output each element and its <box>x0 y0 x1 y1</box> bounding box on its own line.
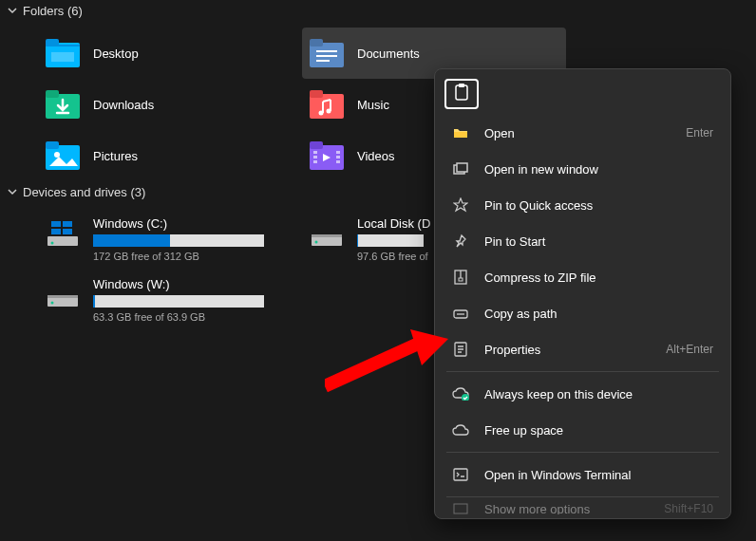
svg-rect-7 <box>316 55 337 57</box>
svg-rect-40 <box>454 132 467 138</box>
folder-desktop[interactable]: Desktop <box>38 28 302 79</box>
ctx-label: Open in new window <box>484 162 713 177</box>
svg-rect-6 <box>316 50 337 52</box>
svg-rect-23 <box>336 151 340 154</box>
properties-icon <box>452 341 469 358</box>
ctx-label: Copy as path <box>484 307 713 321</box>
ctx-label: Compress to ZIP file <box>484 270 713 285</box>
svg-point-13 <box>319 111 324 116</box>
terminal-icon <box>452 466 469 483</box>
downloads-folder-icon <box>46 87 80 121</box>
windows-drive-icon <box>46 216 80 251</box>
ctx-free-space[interactable]: Free up space <box>439 412 727 448</box>
svg-rect-12 <box>310 90 323 98</box>
svg-rect-31 <box>63 229 72 234</box>
svg-rect-5 <box>310 39 323 47</box>
ctx-label: Open <box>484 126 686 140</box>
svg-rect-39 <box>459 84 464 87</box>
drive-c[interactable]: Windows (C:) 172 GB free of 312 GB <box>38 209 302 270</box>
chevron-down-icon <box>8 4 17 18</box>
disk-drive-icon <box>310 216 344 251</box>
pin-icon <box>452 233 469 250</box>
folder-downloads[interactable]: Downloads <box>38 79 302 130</box>
svg-rect-25 <box>336 160 340 163</box>
ctx-label: Always keep on this device <box>484 387 713 401</box>
drive-info: Windows (W:) 63.3 GB free of 63.9 GB <box>93 277 294 323</box>
svg-point-27 <box>51 242 54 245</box>
svg-rect-26 <box>47 236 78 246</box>
folder-label: Desktop <box>93 47 139 61</box>
svg-rect-24 <box>336 156 340 159</box>
ctx-pin-quick-access[interactable]: Pin to Quick access <box>439 187 727 223</box>
svg-rect-10 <box>46 90 59 98</box>
svg-rect-8 <box>316 60 330 62</box>
ctx-shortcut: Shift+F10 <box>664 502 713 514</box>
folder-label: Pictures <box>93 149 138 163</box>
drive-usage-bar <box>93 295 264 308</box>
music-folder-icon <box>310 87 344 121</box>
svg-rect-3 <box>51 52 74 62</box>
svg-rect-38 <box>456 85 467 100</box>
drive-name: Windows (W:) <box>93 277 294 291</box>
ctx-always-keep[interactable]: Always keep on this device <box>439 376 727 412</box>
ctx-pin-start[interactable]: Pin to Start <box>439 223 727 259</box>
svg-rect-42 <box>457 163 467 172</box>
svg-rect-48 <box>454 469 467 480</box>
drive-free-text: 63.3 GB free of 63.9 GB <box>93 311 294 323</box>
svg-rect-28 <box>51 221 61 227</box>
new-window-icon <box>452 160 469 177</box>
folders-section-title: Folders (6) <box>23 4 83 18</box>
ctx-separator <box>446 452 719 453</box>
svg-point-37 <box>51 302 54 305</box>
pin-icon <box>452 196 469 214</box>
ctx-label: Free up space <box>484 423 713 438</box>
folder-label: Videos <box>357 149 395 163</box>
ctx-label: Open in Windows Terminal <box>484 468 713 482</box>
svg-rect-36 <box>47 295 78 298</box>
svg-rect-29 <box>63 221 72 227</box>
open-icon <box>452 124 469 141</box>
documents-folder-icon <box>310 36 344 70</box>
clipboard-icon <box>454 84 469 104</box>
ctx-label: Pin to Start <box>484 234 713 249</box>
cloud-icon <box>452 421 469 438</box>
drive-usage-bar <box>357 234 424 247</box>
svg-rect-30 <box>51 229 61 234</box>
context-menu-toolbar <box>439 73 727 115</box>
folders-section-header[interactable]: Folders (6) <box>0 0 756 22</box>
ctx-copy-path[interactable]: Copy as path <box>439 295 727 331</box>
videos-folder-icon <box>310 139 344 173</box>
svg-rect-44 <box>459 278 463 281</box>
folder-label: Documents <box>357 47 420 61</box>
cloud-check-icon <box>452 385 469 402</box>
svg-rect-33 <box>312 234 342 237</box>
ctx-open[interactable]: Open Enter <box>439 115 727 151</box>
ctx-show-more[interactable]: Show more options Shift+F10 <box>439 501 727 514</box>
drive-w[interactable]: Windows (W:) 63.3 GB free of 63.9 GB <box>38 270 302 330</box>
folder-pictures[interactable]: Pictures <box>38 130 302 181</box>
svg-rect-20 <box>313 151 317 154</box>
ctx-separator <box>446 496 719 497</box>
ctx-compress-zip[interactable]: Compress to ZIP file <box>439 259 727 295</box>
zip-icon <box>452 269 469 286</box>
svg-point-14 <box>327 109 331 114</box>
drive-name: Windows (C:) <box>93 216 294 231</box>
ctx-label: Properties <box>484 343 666 357</box>
folder-label: Music <box>357 98 389 112</box>
svg-rect-21 <box>313 156 317 159</box>
drives-section-title: Devices and drives (3) <box>23 185 145 199</box>
ctx-label: Show more options <box>484 502 664 515</box>
paste-button[interactable] <box>444 79 479 109</box>
svg-point-34 <box>315 241 318 244</box>
ctx-label: Pin to Quick access <box>484 198 713 213</box>
ctx-open-new-window[interactable]: Open in new window <box>439 151 727 187</box>
svg-rect-2 <box>46 45 80 47</box>
ctx-shortcut: Enter <box>686 126 713 140</box>
desktop-folder-icon <box>46 36 80 70</box>
svg-rect-49 <box>454 504 467 513</box>
svg-rect-19 <box>310 141 323 149</box>
context-menu: Open Enter Open in new window Pin to Qui… <box>434 68 731 519</box>
ctx-properties[interactable]: Properties Alt+Enter <box>439 331 727 367</box>
ctx-separator <box>446 371 719 372</box>
ctx-open-terminal[interactable]: Open in Windows Terminal <box>439 457 727 493</box>
